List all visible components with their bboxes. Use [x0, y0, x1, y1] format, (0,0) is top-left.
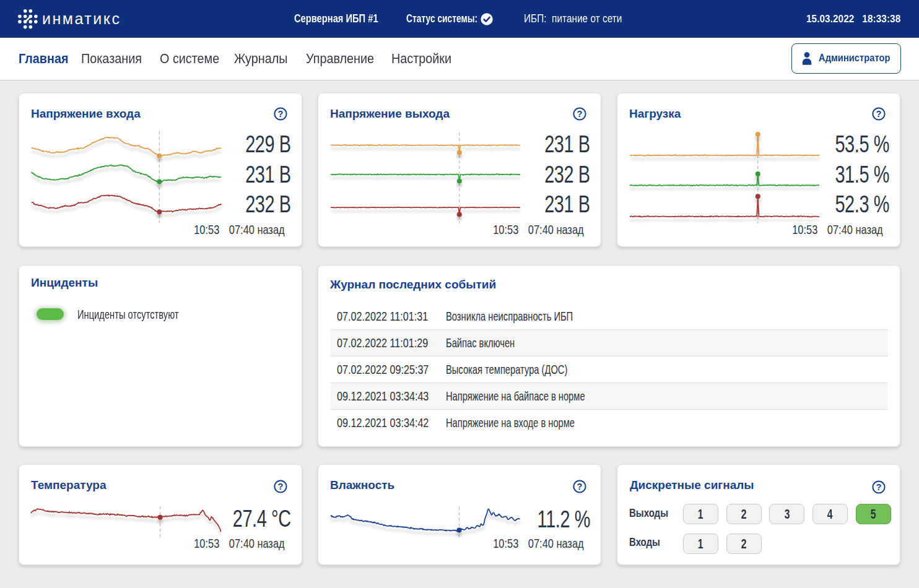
- svg-text:?: ?: [577, 482, 583, 491]
- svg-text:?: ?: [876, 109, 882, 119]
- svg-text:?: ?: [278, 109, 284, 119]
- svg-text:?: ?: [876, 482, 882, 492]
- svg-text:?: ?: [278, 482, 284, 491]
- svg-text:?: ?: [577, 109, 583, 119]
